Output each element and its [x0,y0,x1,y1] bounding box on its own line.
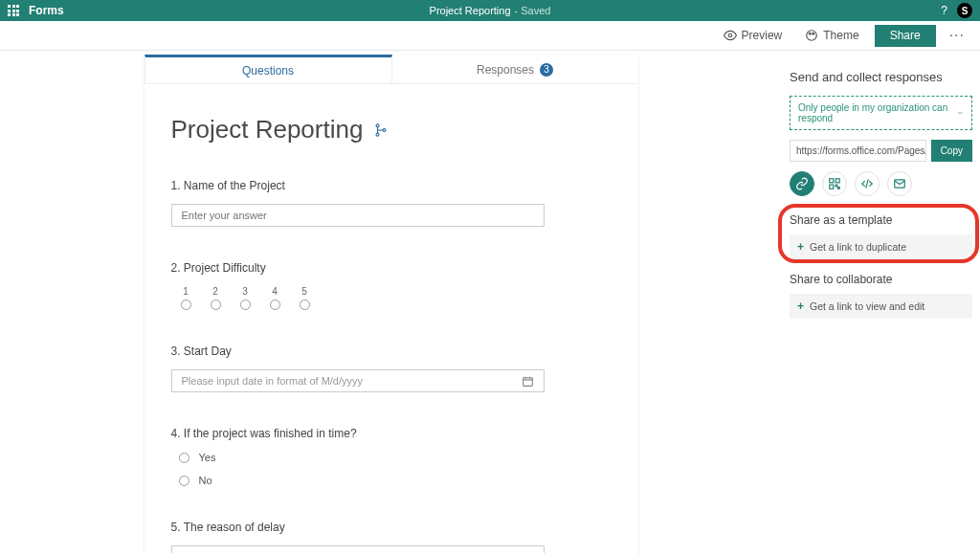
branch-icon [374,123,388,137]
svg-rect-12 [838,188,840,189]
more-button[interactable]: ··· [940,27,974,44]
svg-rect-9 [835,179,839,183]
palette-icon [805,29,818,42]
template-heading: Share as a template [790,213,972,227]
rating-5[interactable]: 5 [300,286,310,310]
form-title[interactable]: Project Reporting [171,115,612,144]
plus-icon: + [797,240,804,254]
rating-2[interactable]: 2 [211,286,221,310]
svg-rect-8 [830,179,834,183]
app-name: Forms [29,4,64,17]
command-bar: Preview Theme Share ··· [0,21,980,51]
permission-dropdown[interactable]: Only people in my organization can respo… [790,96,972,130]
embed-icon[interactable] [855,171,880,196]
question-1: 1. Name of the Project [171,179,612,227]
get-duplicate-link[interactable]: +Get a link to duplicate [790,234,972,259]
share-link-input[interactable]: https://forms.office.com/Pages/Respon [790,140,926,162]
email-icon[interactable] [887,171,912,196]
share-panel: Send and collect responses Only people i… [782,51,980,555]
document-title: Project Reporting- Saved [430,5,551,16]
svg-point-6 [383,128,386,131]
copy-button[interactable]: Copy [931,140,972,162]
q1-input[interactable] [171,204,545,227]
tab-responses[interactable]: Responses 3 [392,56,638,83]
link-icon[interactable] [790,171,814,196]
q5-input[interactable] [171,545,545,553]
qr-icon[interactable] [822,171,847,196]
theme-button[interactable]: Theme [793,21,870,51]
rating-scale: 1 2 3 4 5 [181,286,612,310]
rating-3[interactable]: 3 [240,286,251,310]
chevron-down-icon [956,108,964,118]
user-avatar[interactable]: S [957,3,972,18]
preview-button[interactable]: Preview [712,21,794,51]
responses-count-badge: 3 [540,63,553,77]
q4-no[interactable]: No [179,475,612,486]
tab-questions[interactable]: Questions [145,55,392,83]
form-card: Questions Responses 3 Project Reporting … [145,56,638,555]
app-header: Forms Project Reporting- Saved ? S [0,0,980,21]
question-3: 3. Start Day Please input date in format… [171,344,612,392]
question-2: 2. Project Difficulty 1 2 3 4 5 [171,261,612,310]
panel-title: Send and collect responses [790,70,972,84]
svg-point-1 [807,31,817,41]
form-tabs: Questions Responses 3 [145,56,638,84]
svg-point-3 [813,33,814,34]
rating-4[interactable]: 4 [270,286,280,310]
waffle-icon[interactable] [8,5,19,16]
svg-point-2 [810,33,812,34]
svg-rect-11 [835,185,837,187]
share-button[interactable]: Share [875,25,936,47]
question-4: 4. If the project was finished in time? … [171,427,612,486]
svg-point-0 [728,33,732,37]
get-viewedit-link[interactable]: +Get a link to view and edit [790,294,972,319]
q4-yes[interactable]: Yes [179,452,612,463]
rating-1[interactable]: 1 [181,286,191,310]
share-method-icons [790,171,972,196]
eye-icon [724,29,737,42]
svg-point-5 [376,133,379,136]
share-template-section: Share as a template +Get a link to dupli… [790,213,972,259]
q3-date-input[interactable]: Please input date in format of M/d/yyyy [171,369,545,392]
help-icon[interactable]: ? [941,4,947,17]
plus-icon: + [797,300,804,313]
question-5: 5. The reason of delay [171,521,612,553]
svg-rect-10 [830,185,834,189]
calendar-icon [522,375,534,388]
svg-point-4 [376,123,379,126]
svg-rect-7 [523,377,532,386]
collab-heading: Share to collaborate [790,273,972,286]
